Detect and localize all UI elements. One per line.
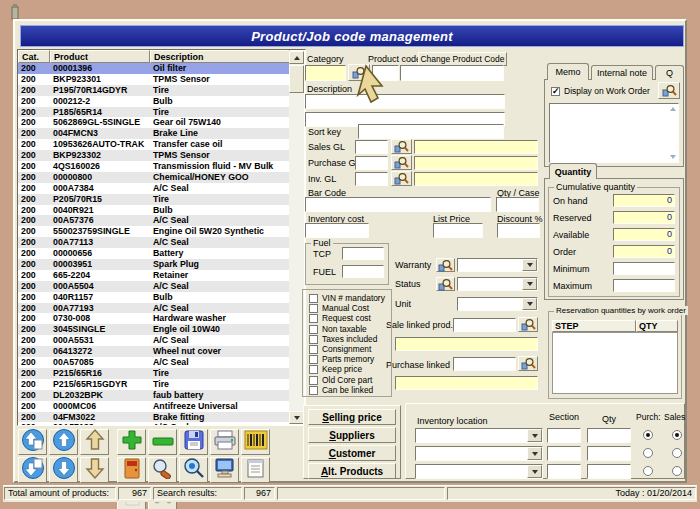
chevron-down-icon[interactable] bbox=[527, 429, 542, 442]
table-row[interactable]: 2000000MC06Antifreeze Universal bbox=[18, 401, 290, 412]
flag-checkbox[interactable] bbox=[309, 376, 318, 385]
section-input[interactable] bbox=[547, 464, 581, 479]
selling-price-button[interactable]: Selling price bbox=[308, 409, 396, 425]
table-row[interactable]: 20006413272Wheel nut cover bbox=[18, 346, 290, 357]
quantity-value[interactable] bbox=[613, 279, 675, 292]
alt-products-button[interactable]: Alt. Products bbox=[308, 463, 396, 479]
memo-scroll-down-icon[interactable] bbox=[670, 155, 676, 159]
scroll-page-down-button[interactable] bbox=[18, 457, 47, 483]
flag-checkbox[interactable] bbox=[309, 365, 318, 374]
section-input[interactable] bbox=[547, 428, 581, 443]
table-row[interactable]: 20000A77193A/C Seal bbox=[18, 303, 290, 314]
chevron-down-icon[interactable] bbox=[522, 278, 537, 290]
scroll-page-up-button[interactable] bbox=[18, 429, 47, 455]
flag-checkbox[interactable] bbox=[309, 345, 318, 354]
purch-radio[interactable] bbox=[643, 448, 653, 458]
barcode-button[interactable] bbox=[241, 429, 270, 455]
unit-select[interactable] bbox=[457, 297, 538, 311]
chevron-down-icon[interactable] bbox=[527, 447, 542, 460]
header-cat[interactable]: Cat. bbox=[18, 50, 50, 63]
table-row[interactable]: 20010953626AUTO-TRAKTransfer case oil bbox=[18, 139, 290, 150]
inv-gl-lookup-button[interactable] bbox=[391, 171, 412, 186]
header-product[interactable]: Product bbox=[50, 50, 150, 63]
suppliers-button[interactable]: Suppliers bbox=[308, 427, 396, 443]
product-code-input[interactable] bbox=[372, 65, 399, 81]
warranty-lookup-button[interactable] bbox=[436, 258, 455, 272]
memo-lookup-button[interactable] bbox=[658, 82, 680, 99]
table-row[interactable]: 200BKP923302TPMS Sensor bbox=[18, 150, 290, 161]
purchase-linked-input[interactable] bbox=[453, 357, 516, 371]
table-row[interactable]: 200P215/65R16Tire bbox=[18, 368, 290, 379]
inventory-location-select[interactable] bbox=[415, 446, 543, 461]
table-row[interactable]: 2000040R921Bulb bbox=[18, 205, 290, 216]
table-row[interactable]: 20000A57133A/C Seal bbox=[18, 422, 290, 426]
flag-checkbox[interactable] bbox=[309, 386, 318, 395]
table-row[interactable]: 2003045SINGLEEngle oil 10W40 bbox=[18, 324, 290, 335]
customer-button[interactable]: Customer bbox=[308, 445, 396, 461]
fuel-input[interactable] bbox=[342, 265, 384, 278]
table-row[interactable]: 200000A5531A/C Seal bbox=[18, 335, 290, 346]
save-button[interactable] bbox=[179, 429, 208, 455]
print-button[interactable] bbox=[210, 429, 239, 455]
qty-input[interactable] bbox=[587, 464, 631, 479]
table-row[interactable]: 200040R1157Bulb bbox=[18, 292, 290, 303]
inventory-cost-input[interactable] bbox=[305, 223, 369, 238]
flag-checkbox[interactable] bbox=[309, 304, 318, 313]
purch-radio[interactable] bbox=[643, 430, 653, 440]
sales-gl-input[interactable] bbox=[355, 140, 388, 154]
product-code-display[interactable] bbox=[400, 65, 504, 81]
computer-button[interactable] bbox=[210, 457, 239, 483]
table-row[interactable]: 200665-2204Retainer bbox=[18, 270, 290, 281]
table-row[interactable]: 20000001396Oil filter bbox=[18, 63, 290, 74]
qty-input[interactable] bbox=[587, 446, 631, 461]
table-row[interactable]: 200000A5504A/C Seal bbox=[18, 281, 290, 292]
scrollbar-up-icon[interactable] bbox=[289, 51, 304, 64]
purchase-linked-lookup-button[interactable] bbox=[518, 356, 538, 371]
memo-scroll-up-icon[interactable] bbox=[670, 107, 676, 111]
sale-linked-input[interactable] bbox=[453, 318, 516, 332]
tab-quantity[interactable]: Quantity bbox=[549, 163, 597, 179]
table-row[interactable]: 20000A57376A/C Seal bbox=[18, 215, 290, 226]
reservation-list[interactable] bbox=[552, 332, 678, 394]
table-row[interactable]: 2004QS160026Transmission fluid - MV Bulk bbox=[18, 161, 290, 172]
list-price-input[interactable] bbox=[433, 223, 483, 238]
flag-checkbox[interactable] bbox=[309, 325, 318, 334]
table-row[interactable]: 200P215/65R15GDYRTire bbox=[18, 379, 290, 390]
bar-code-input[interactable] bbox=[305, 197, 491, 212]
table-row[interactable]: 20000000656Battery bbox=[18, 248, 290, 259]
chevron-down-icon[interactable] bbox=[522, 298, 537, 310]
status-lookup-button[interactable] bbox=[436, 277, 455, 291]
section-input[interactable] bbox=[547, 446, 581, 461]
qty-case-input[interactable] bbox=[496, 197, 539, 212]
inv-gl-input[interactable] bbox=[355, 172, 388, 186]
tab-q[interactable]: Q bbox=[655, 65, 684, 80]
sales-radio[interactable] bbox=[672, 430, 682, 440]
change-product-code-button[interactable]: Change Product Code bbox=[418, 52, 507, 66]
inventory-location-select[interactable] bbox=[415, 464, 543, 479]
table-row[interactable]: 200BKP923301TPMS Sensor bbox=[18, 74, 290, 85]
flag-checkbox[interactable] bbox=[309, 314, 318, 323]
category-lookup-button[interactable] bbox=[348, 64, 370, 81]
status-select[interactable] bbox=[457, 277, 538, 291]
table-row[interactable]: 200000A7384A/C Seal bbox=[18, 183, 290, 194]
table-row[interactable]: 200000212-2Bulb bbox=[18, 96, 290, 107]
move-down-button[interactable] bbox=[80, 457, 109, 483]
tab-internal-note[interactable]: Internal note bbox=[591, 65, 653, 80]
add-product-button[interactable] bbox=[117, 429, 146, 455]
category-input[interactable] bbox=[305, 65, 346, 81]
scrollbar-down-icon[interactable] bbox=[289, 411, 304, 424]
table-row[interactable]: 200DL2032BPKfaub battery bbox=[18, 390, 290, 401]
sales-gl-lookup-button[interactable] bbox=[391, 139, 412, 154]
table-row[interactable]: 200004FMCN3Brake Line bbox=[18, 128, 290, 139]
chevron-down-icon[interactable] bbox=[527, 465, 542, 478]
description-input-1[interactable] bbox=[305, 94, 505, 109]
qty-input[interactable] bbox=[587, 428, 631, 443]
table-row[interactable]: 20000003951Spark Plug bbox=[18, 259, 290, 270]
tcp-input[interactable] bbox=[342, 247, 384, 260]
table-row[interactable]: 2005062869GL-5SINGLEGear oil 75W140 bbox=[18, 117, 290, 128]
memo-textarea[interactable] bbox=[549, 103, 679, 163]
sort-key-input[interactable] bbox=[358, 124, 504, 139]
table-row[interactable]: 20000A57085A/C Seal bbox=[18, 357, 290, 368]
warranty-select[interactable] bbox=[457, 258, 538, 272]
inventory-location-select[interactable] bbox=[415, 428, 543, 443]
